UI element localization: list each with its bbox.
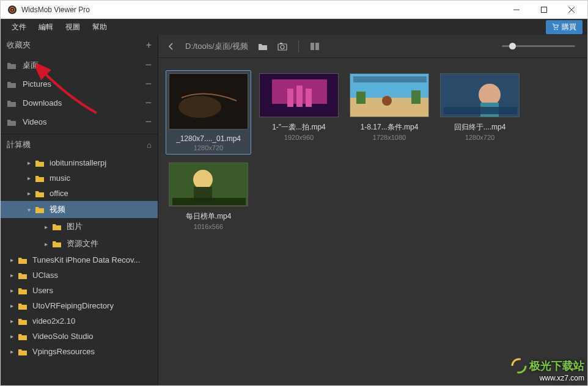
tree-item[interactable]: ▸图片 — [1, 218, 158, 235]
svg-point-10 — [281, 45, 284, 49]
svg-rect-20 — [306, 89, 312, 107]
svg-point-2 — [12, 9, 13, 10]
camera-icon[interactable] — [275, 40, 290, 53]
folder-icon — [7, 61, 18, 70]
zoom-slider[interactable] — [502, 45, 575, 47]
thumbnail-filename: 每日榜单.mp4 — [186, 211, 232, 222]
expand-arrow-icon[interactable]: ▸ — [25, 190, 32, 197]
folder-icon — [18, 256, 28, 264]
tree-item[interactable]: ▸UtoVRFeipingDirectory — [1, 298, 158, 313]
favorites-header: 收藏夾 + — [1, 35, 158, 56]
menu-item[interactable]: 文件 — [6, 20, 32, 35]
expand-arrow-icon[interactable]: ▸ — [8, 302, 15, 309]
breadcrumb[interactable]: D:/tools/桌面/视频 — [185, 41, 248, 52]
thumbnail-card[interactable]: _1280x7...._01.mp41280x720 — [166, 70, 251, 155]
folder-icon — [7, 118, 18, 126]
app-logo-icon — [7, 4, 18, 15]
expand-arrow-icon[interactable]: ▸ — [42, 241, 50, 247]
thumbnail-resolution: 1280x720 — [465, 134, 494, 141]
svg-rect-26 — [353, 76, 427, 82]
app-window: WidsMob Viewer Pro 文件編輯視圖幫助 購買 收藏夾 + 桌面−… — [0, 0, 588, 386]
tree-item[interactable]: ▸VideoSolo Studio — [1, 329, 158, 344]
folder-icon — [18, 271, 28, 280]
view-grid-button[interactable] — [307, 40, 322, 53]
cart-icon — [552, 23, 559, 31]
tree-item[interactable]: ▸office — [1, 186, 158, 201]
svg-point-7 — [554, 29, 556, 30]
expand-arrow-icon[interactable]: ▸ — [25, 175, 32, 181]
tree-item[interactable]: ▸VpingsResources — [1, 344, 158, 359]
remove-icon[interactable]: − — [145, 96, 152, 109]
thumbnail-resolution: 1280x720 — [194, 144, 223, 151]
svg-rect-13 — [315, 43, 319, 50]
menu-item[interactable]: 幫助 — [86, 20, 113, 35]
svg-rect-30 — [444, 107, 517, 114]
thumbnail-image — [350, 73, 429, 117]
back-button[interactable] — [164, 40, 178, 53]
favorite-item[interactable]: 桌面− — [1, 56, 158, 75]
buy-button[interactable]: 購買 — [546, 20, 582, 34]
thumbnail-filename: 1-8.17...条件.mp4 — [361, 122, 419, 133]
expand-arrow-icon[interactable]: ▸ — [8, 348, 15, 355]
divider — [298, 40, 299, 53]
menu-item[interactable]: 視圖 — [59, 20, 86, 35]
folder-icon[interactable] — [255, 40, 270, 53]
expand-arrow-icon[interactable]: ▸ — [8, 287, 15, 294]
expand-arrow-icon[interactable]: ▸ — [8, 257, 15, 263]
thumbnail-filename: 回归终于....mp4 — [454, 122, 506, 133]
tree-item[interactable]: ▸Users — [1, 283, 158, 298]
favorite-item[interactable]: Downloads− — [1, 93, 158, 112]
menubar: 文件編輯視圖幫助 購買 — [1, 19, 587, 35]
remove-icon[interactable]: − — [145, 59, 152, 71]
svg-point-8 — [557, 29, 558, 30]
svg-rect-4 — [541, 7, 546, 12]
close-button[interactable] — [557, 1, 585, 18]
minimize-button[interactable] — [502, 1, 530, 18]
expand-arrow-icon[interactable]: ▸ — [8, 272, 15, 279]
menu-item[interactable]: 編輯 — [32, 20, 59, 35]
tree-item[interactable]: ▾视频 — [1, 201, 158, 218]
folder-icon — [52, 222, 62, 231]
folder-icon — [35, 174, 45, 183]
remove-icon[interactable]: − — [145, 115, 152, 128]
thumbnail-resolution: 1920x960 — [284, 134, 314, 141]
svg-rect-34 — [172, 198, 246, 205]
maximize-button[interactable] — [530, 1, 557, 18]
thumbnail-card[interactable]: 1-"一袭...拍.mp41920x960 — [256, 70, 342, 155]
expand-arrow-icon[interactable]: ▸ — [8, 333, 15, 340]
folder-icon — [18, 302, 28, 310]
toolbar: D:/tools/桌面/视频 — [158, 35, 587, 58]
svg-point-15 — [178, 96, 221, 118]
expand-arrow-icon[interactable]: ▸ — [8, 318, 15, 324]
thumbnail-card[interactable]: 回归终于....mp41280x720 — [437, 70, 523, 155]
remove-icon[interactable]: − — [145, 78, 152, 90]
expand-arrow-icon[interactable]: ▸ — [42, 224, 50, 230]
thumbnail-image — [169, 162, 248, 206]
favorite-item[interactable]: Pictures− — [1, 75, 158, 93]
window-title: WidsMob Viewer Pro — [21, 5, 502, 14]
expand-arrow-icon[interactable]: ▾ — [25, 206, 32, 213]
tree-item[interactable]: ▸TunesKit iPhone Data Recov... — [1, 252, 158, 268]
thumbnail-filename: _1280x7...._01.mp4 — [176, 134, 241, 143]
favorite-item[interactable]: Videos− — [1, 112, 158, 131]
tree-item[interactable]: ▸iobituninstallerpj — [1, 155, 158, 170]
thumbnail-resolution: 1016x566 — [194, 223, 223, 230]
thumbnail-image — [169, 73, 248, 129]
thumbnail-card[interactable]: 1-8.17...条件.mp41728x1080 — [347, 70, 432, 155]
expand-arrow-icon[interactable]: ▸ — [25, 159, 32, 166]
folder-icon — [35, 205, 45, 214]
tree-item[interactable]: ▸UClass — [1, 268, 158, 283]
folder-icon — [18, 317, 28, 326]
add-favorite-button[interactable]: + — [146, 40, 152, 51]
tree-item[interactable]: ▸video2x2.10 — [1, 313, 158, 329]
thumbnail-card[interactable]: 每日榜单.mp41016x566 — [166, 159, 251, 233]
svg-rect-12 — [311, 43, 314, 50]
tree-item[interactable]: ▸资源文件 — [1, 235, 158, 252]
folder-icon — [35, 159, 45, 167]
svg-rect-19 — [296, 86, 303, 107]
folder-icon — [18, 286, 28, 295]
svg-rect-24 — [411, 90, 421, 104]
thumbnail-filename: 1-"一袭...拍.mp4 — [272, 122, 326, 133]
home-icon[interactable]: ⌂ — [147, 140, 152, 150]
tree-item[interactable]: ▸music — [1, 170, 158, 186]
